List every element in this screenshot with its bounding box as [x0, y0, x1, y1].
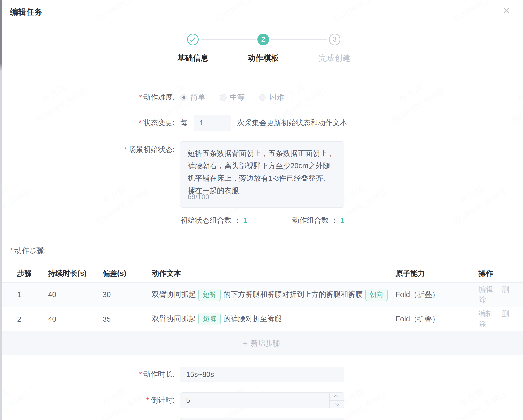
initial-state-textarea[interactable]: 短裤五条数据背面朝上，五条数据正面朝上，裤腰朝右，离头部视野下方至少20cm之外… — [180, 141, 344, 208]
chevron-down-icon — [335, 401, 339, 406]
combo-counts-row: 初始状态组合数 ：1 动作组合数 ：1 — [0, 215, 523, 225]
radio-dot — [182, 96, 185, 99]
step-connector-2 — [271, 39, 327, 40]
action-combo-label: 动作组合数 ： — [292, 216, 338, 224]
check-icon — [189, 36, 195, 42]
cell-operations: 编辑删除 — [478, 309, 523, 329]
spinner-increase-button[interactable] — [330, 393, 344, 401]
cell-action-text: 双臂协同抓起短裤的下方裤腿和裤腰对折到上方的裤腿和裤腰朝向 — [152, 289, 396, 301]
table-row: 2 40 35 双臂协同抓起短裤的裤腰对折至裤腿 Fold（折叠） 编辑删除 — [0, 307, 523, 331]
plus-icon: + — [243, 339, 247, 348]
cell-operations: 编辑删除 — [478, 285, 523, 305]
required-asterisk: * — [10, 246, 13, 255]
step-3-label: 完成创建 — [302, 53, 368, 64]
step-1-label: 基础信息 — [160, 53, 226, 64]
required-asterisk: * — [146, 396, 149, 404]
table-header-row: 步骤 持续时长(s) 偏差(s) 动作文本 原子能力 操作 — [0, 264, 523, 283]
radio-easy-label: 简单 — [190, 92, 205, 102]
cell-ability: Fold（折叠） — [396, 290, 478, 300]
col-header-step: 步骤 — [0, 268, 48, 279]
chevron-up-icon — [334, 395, 338, 399]
difficulty-radio-group: 简单 中等 困难 — [180, 92, 299, 102]
col-header-ops: 操作 — [478, 268, 523, 279]
step-connector-1 — [201, 39, 256, 40]
countdown-input[interactable]: 5 — [180, 392, 344, 408]
radio-easy[interactable]: 简单 — [180, 92, 205, 102]
step-2-circle: 2 — [257, 34, 269, 45]
state-change-row: *状态变更: 每 1 次采集会更新初始状态和动作文本 — [0, 115, 523, 131]
cell-deviation: 35 — [103, 315, 152, 323]
dialog-header: 编辑任务 ✕ — [0, 0, 523, 24]
cell-step: 1 — [0, 290, 48, 299]
action-combo: 动作组合数 ：1 — [292, 215, 344, 225]
dialog-title: 编辑任务 — [10, 7, 43, 18]
col-header-duration: 持续时长(s) — [48, 268, 103, 279]
initial-state-row: *场景初始状态: 短裤五条数据背面朝上，五条数据正面朝上，裤腰朝右，离头部视野下… — [0, 141, 523, 208]
cell-duration: 40 — [48, 315, 103, 323]
step-3-circle: 3 — [329, 34, 340, 45]
radio-circle — [259, 94, 266, 101]
radio-circle-checked — [180, 94, 187, 101]
unusual-ratio-row: *非常规比例: 5% — [0, 418, 523, 420]
action-duration-label: *动作时长: — [0, 369, 175, 380]
action-steps-title: *动作步骤: — [10, 246, 523, 256]
page-left-edge — [0, 0, 2, 420]
unusual-ratio-select[interactable]: 5% — [180, 418, 344, 420]
number-spinner — [329, 393, 344, 408]
add-step-label: 新增步骤 — [251, 338, 280, 348]
difficulty-label: *动作难度: — [0, 92, 175, 102]
required-asterisk: * — [139, 93, 142, 101]
spinner-decrease-button[interactable] — [330, 401, 344, 408]
edit-task-dialog: 编辑任务 ✕ 2 3 基础信息 动作模板 完成创建 *动作难度: 简单 中等 — [0, 0, 523, 420]
col-header-deviation: 偏差(s) — [103, 268, 152, 279]
col-header-ability: 原子能力 — [396, 268, 478, 279]
radio-hard-label: 困难 — [269, 92, 284, 102]
radio-medium-label: 中等 — [230, 92, 245, 102]
cell-ability: Fold（折叠） — [396, 314, 478, 324]
difficulty-row: *动作难度: 简单 中等 困难 — [0, 92, 523, 102]
initial-combo: 初始状态组合数 ：1 — [180, 215, 247, 225]
object-tag: 短裤 — [198, 313, 221, 325]
close-icon[interactable]: ✕ — [502, 6, 511, 16]
state-change-input[interactable]: 1 — [194, 115, 231, 131]
action-duration-row: *动作时长: 15s~80s — [0, 367, 523, 382]
object-tag: 短裤 — [198, 289, 221, 301]
radio-hard[interactable]: 困难 — [259, 92, 284, 102]
edit-link[interactable]: 编辑 — [478, 285, 493, 293]
cell-deviation: 30 — [103, 290, 152, 299]
edit-link[interactable]: 编辑 — [478, 310, 493, 318]
countdown-row: *倒计时: 5 — [0, 392, 523, 408]
col-header-text: 动作文本 — [152, 268, 396, 279]
radio-circle — [220, 94, 227, 101]
required-asterisk: * — [139, 370, 142, 378]
cell-duration: 40 — [48, 290, 103, 299]
initial-combo-label: 初始状态组合数 ： — [180, 216, 241, 224]
action-steps-table: 步骤 持续时长(s) 偏差(s) 动作文本 原子能力 操作 1 40 30 双臂… — [0, 264, 523, 355]
initial-combo-value: 1 — [243, 216, 247, 224]
state-change-prefix: 每 — [180, 118, 188, 128]
char-counter: 69/100 — [188, 191, 209, 203]
orientation-tag: 朝向 — [365, 289, 388, 301]
state-change-suffix: 次采集会更新初始状态和动作文本 — [237, 118, 347, 128]
action-combo-value: 1 — [340, 216, 344, 224]
action-duration-input[interactable]: 15s~80s — [180, 367, 344, 382]
countdown-label: *倒计时: — [0, 395, 175, 405]
step-1-circle — [187, 34, 199, 45]
step-2-label: 动作模板 — [230, 53, 296, 64]
initial-state-label: *场景初始状态: — [0, 144, 175, 155]
radio-medium[interactable]: 中等 — [220, 92, 245, 102]
required-asterisk: * — [139, 119, 142, 127]
cell-step: 2 — [0, 315, 48, 323]
required-asterisk: * — [124, 145, 127, 153]
stepper: 2 3 基础信息 动作模板 完成创建 — [0, 34, 523, 71]
initial-state-text: 短裤五条数据背面朝上，五条数据正面朝上，裤腰朝右，离头部视野下方至少20cm之外… — [188, 149, 334, 195]
table-row: 1 40 30 双臂协同抓起短裤的下方裤腿和裤腰对折到上方的裤腿和裤腰朝向 Fo… — [0, 283, 523, 307]
state-change-label: *状态变更: — [0, 118, 175, 128]
cell-action-text: 双臂协同抓起短裤的裤腰对折至裤腿 — [152, 313, 396, 325]
add-step-button[interactable]: + 新增步骤 — [0, 331, 523, 355]
